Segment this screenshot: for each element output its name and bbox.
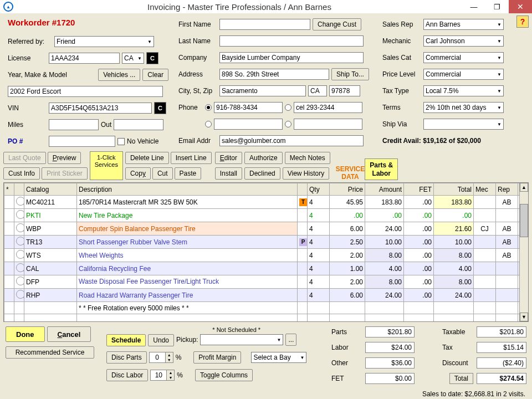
phone3-radio[interactable] [205,121,212,127]
pricelevel-select[interactable]: Commercial [423,69,504,80]
preview-button[interactable]: Preview [48,152,81,164]
taxtype-select[interactable]: Local 7.5% [423,85,504,96]
servicedata-tab[interactable]: SERVICEDATA [336,165,365,180]
paste-button[interactable]: Paste [175,167,202,180]
recommended-service-button[interactable]: Recommended Service [6,346,94,359]
schedule-button[interactable]: Schedule [106,334,146,346]
col-amount[interactable]: Amount [365,183,404,196]
change-cust-button[interactable]: Change Cust [313,18,361,30]
magnify-icon[interactable] [16,290,24,299]
terms-select[interactable]: 2% 10th net 30 days [423,102,504,113]
cut-button[interactable]: Cut [152,167,173,180]
togglecols-button[interactable]: Toggle Columns [195,369,253,381]
magnify-icon[interactable] [16,223,24,232]
po-input[interactable] [49,136,115,147]
mechnotes-button[interactable]: Mech Notes [285,152,330,164]
clear-button[interactable]: Clear [142,69,168,81]
minimize-button[interactable]: — [462,0,485,13]
oneclick-button[interactable]: 1-ClickServices [90,151,123,180]
editor-button[interactable]: Editor [215,152,242,164]
lineitem-grid[interactable]: * Catalog Description Qty Price Amount F… [3,182,529,322]
col-fet[interactable]: FET [404,183,434,196]
license-input[interactable] [49,53,120,64]
maximize-button[interactable]: ❐ [485,0,509,13]
table-row[interactable] [4,314,528,323]
magnify-icon[interactable] [16,197,24,206]
shipto-button[interactable]: Ship To... [331,68,369,80]
magnify-icon[interactable] [16,250,24,259]
table-row[interactable]: WTSWheel Weights42.008.00.008.00AB [4,249,528,262]
lastname-input[interactable] [219,35,364,47]
table-row[interactable]: PKTINew Tire Package4.00.00.00.00 [4,209,528,222]
discparts-button[interactable]: Disc Parts [106,351,147,364]
col-mec[interactable]: Mec [474,183,496,196]
deleteline-button[interactable]: Delete Line [125,152,169,164]
scroll-thumb[interactable] [520,204,528,237]
pickup-select[interactable] [200,334,283,345]
vin-input[interactable] [49,103,152,114]
undo-button[interactable]: Undo [148,334,174,346]
col-star[interactable]: * [4,183,14,196]
license-lookup-icon[interactable]: C [146,52,158,64]
pickup-dots-button[interactable]: ... [285,334,296,346]
table-row[interactable]: RHPRoad Hazard Warranty Passenger Tire46… [4,289,528,302]
scroll-down-icon[interactable]: ▼ [520,313,528,321]
help-button[interactable]: ? [516,16,529,28]
printsticker-button[interactable]: Print Sticker [42,167,88,180]
magnify-icon[interactable] [16,277,24,285]
out-input[interactable] [114,119,163,130]
cancel-button[interactable]: Cancel [47,326,91,342]
lastquote-button[interactable]: Last Quote [3,152,46,164]
salescat-select[interactable]: Commercial [423,52,504,63]
total-button[interactable]: Total [449,373,473,384]
col-desc[interactable]: Description [77,183,298,196]
city-input[interactable] [219,85,306,96]
scroll-up-icon[interactable]: ▲ [520,183,528,192]
license-state-select[interactable]: CA [122,53,144,64]
table-row[interactable]: MC40211185/70R14 Mastercraft MR 325 BW 5… [4,196,528,209]
phone4-radio[interactable] [285,121,291,127]
phone1-radio[interactable] [205,104,212,111]
salesrep-select[interactable]: Ann Barnes [423,19,504,30]
col-qty[interactable]: Qty [308,183,330,196]
declined-button[interactable]: Declined [244,167,280,180]
copy-button[interactable]: Copy [125,167,151,180]
vehicles-button[interactable]: Vehicles ... [98,69,140,81]
vin-lookup-icon[interactable]: C [154,102,166,114]
col-catalog[interactable]: Catalog [24,183,77,196]
table-row[interactable]: DFPWaste Disposal Fee Passenger Tire/Lig… [4,275,528,289]
company-input[interactable] [219,52,364,63]
discparts-spinner[interactable]: ▲▼ [149,352,173,363]
miles-input[interactable] [49,119,99,130]
email-input[interactable] [219,135,364,146]
grid-scrollbar[interactable]: ▲ ▼ [519,183,528,321]
selectbay-select[interactable]: Select a Bay [251,352,306,363]
mechanic-select[interactable]: Carl Johnson [423,35,504,47]
firstname-input[interactable] [219,19,310,30]
phone3-input[interactable] [214,119,283,130]
custinfo-button[interactable]: Cust Info [3,167,40,180]
insertline-button[interactable]: Insert Line [171,152,212,164]
magnify-icon[interactable] [16,210,24,219]
shipvia-select[interactable] [423,119,504,130]
close-button[interactable]: ✕ [509,0,532,13]
viewhistory-button[interactable]: View History [283,167,329,180]
address-input[interactable] [219,69,329,80]
partslabor-tab[interactable]: Parts &Labor [365,158,398,180]
phone4-input[interactable] [294,119,362,130]
disclabor-spinner[interactable]: ▲▼ [150,370,175,381]
phone1-input[interactable] [214,102,283,113]
profitmargin-button[interactable]: Profit Margin [193,351,241,364]
table-row[interactable]: CALCalifornia Recycling Fee41.004.00.004… [4,262,528,275]
table-row[interactable]: TR13Short Passenger Rubber Valve StemP42… [4,236,528,249]
magnify-icon[interactable] [16,237,24,245]
done-button[interactable]: Done [6,326,45,342]
phone2-radio[interactable] [285,104,291,111]
magnify-icon[interactable] [16,263,24,272]
table-row[interactable]: * * Free Rotation every 5000 miles * * [4,302,528,314]
novehicle-checkbox[interactable] [117,138,125,145]
state-input[interactable] [308,85,327,96]
table-row[interactable]: WBPComputer Spin Balance Passenger Tire4… [4,222,528,236]
zip-input[interactable] [329,85,360,96]
referred-select[interactable]: Friend [54,36,154,47]
